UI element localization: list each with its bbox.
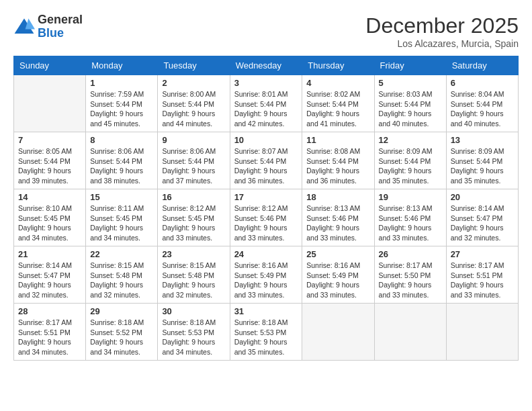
cell-info: Sunrise: 8:02 AM Sunset: 5:44 PM Dayligh… bbox=[306, 89, 369, 129]
day-number: 16 bbox=[162, 192, 225, 202]
calendar-cell: 1Sunrise: 7:59 AM Sunset: 5:44 PM Daylig… bbox=[86, 75, 158, 132]
day-number: 31 bbox=[234, 306, 298, 316]
calendar-cell: 10Sunrise: 8:07 AM Sunset: 5:44 PM Dayli… bbox=[230, 132, 302, 189]
calendar-cell: 17Sunrise: 8:12 AM Sunset: 5:46 PM Dayli… bbox=[230, 189, 302, 246]
cell-info: Sunrise: 8:04 AM Sunset: 5:44 PM Dayligh… bbox=[451, 89, 514, 129]
calendar-cell: 26Sunrise: 8:17 AM Sunset: 5:50 PM Dayli… bbox=[374, 246, 446, 304]
calendar-cell: 5Sunrise: 8:03 AM Sunset: 5:44 PM Daylig… bbox=[374, 75, 446, 132]
weekday-header-friday: Friday bbox=[374, 56, 446, 75]
day-number: 17 bbox=[234, 192, 298, 202]
day-number: 18 bbox=[306, 192, 369, 202]
cell-info: Sunrise: 8:15 AM Sunset: 5:48 PM Dayligh… bbox=[90, 261, 153, 300]
calendar-cell: 28Sunrise: 8:17 AM Sunset: 5:51 PM Dayli… bbox=[14, 304, 86, 361]
day-number: 28 bbox=[18, 306, 81, 316]
calendar-cell: 30Sunrise: 8:18 AM Sunset: 5:53 PM Dayli… bbox=[158, 304, 230, 361]
cell-info: Sunrise: 8:18 AM Sunset: 5:53 PM Dayligh… bbox=[162, 318, 225, 357]
cell-info: Sunrise: 8:16 AM Sunset: 5:49 PM Dayligh… bbox=[306, 261, 369, 300]
cell-info: Sunrise: 8:16 AM Sunset: 5:49 PM Dayligh… bbox=[234, 261, 298, 300]
calendar-cell: 19Sunrise: 8:13 AM Sunset: 5:46 PM Dayli… bbox=[374, 189, 446, 246]
cell-info: Sunrise: 7:59 AM Sunset: 5:44 PM Dayligh… bbox=[90, 89, 153, 129]
day-number: 27 bbox=[451, 249, 514, 259]
calendar-cell: 23Sunrise: 8:15 AM Sunset: 5:48 PM Dayli… bbox=[158, 246, 230, 304]
cell-info: Sunrise: 8:07 AM Sunset: 5:44 PM Dayligh… bbox=[234, 146, 298, 186]
day-number: 26 bbox=[379, 249, 442, 259]
week-row-1: 1Sunrise: 7:59 AM Sunset: 5:44 PM Daylig… bbox=[14, 75, 519, 132]
calendar-cell: 3Sunrise: 8:01 AM Sunset: 5:44 PM Daylig… bbox=[230, 75, 302, 132]
cell-info: Sunrise: 8:01 AM Sunset: 5:44 PM Dayligh… bbox=[234, 89, 298, 129]
month-title: December 2025 bbox=[365, 13, 519, 38]
day-number: 2 bbox=[162, 78, 225, 88]
cell-info: Sunrise: 8:17 AM Sunset: 5:51 PM Dayligh… bbox=[18, 318, 81, 357]
day-number: 15 bbox=[90, 192, 153, 202]
cell-info: Sunrise: 8:03 AM Sunset: 5:44 PM Dayligh… bbox=[379, 89, 442, 129]
cell-info: Sunrise: 8:06 AM Sunset: 5:44 PM Dayligh… bbox=[90, 146, 153, 186]
calendar-cell: 14Sunrise: 8:10 AM Sunset: 5:45 PM Dayli… bbox=[14, 189, 86, 246]
day-number: 25 bbox=[306, 249, 369, 259]
cell-info: Sunrise: 8:13 AM Sunset: 5:46 PM Dayligh… bbox=[379, 203, 442, 243]
day-number: 29 bbox=[90, 306, 153, 316]
day-number: 1 bbox=[90, 78, 153, 88]
weekday-header-monday: Monday bbox=[86, 56, 158, 75]
cell-info: Sunrise: 8:10 AM Sunset: 5:45 PM Dayligh… bbox=[18, 203, 81, 243]
day-number: 13 bbox=[451, 135, 514, 145]
day-number: 14 bbox=[18, 192, 81, 202]
cell-info: Sunrise: 8:18 AM Sunset: 5:53 PM Dayligh… bbox=[234, 318, 298, 357]
calendar-cell: 12Sunrise: 8:09 AM Sunset: 5:44 PM Dayli… bbox=[374, 132, 446, 189]
day-number: 19 bbox=[379, 192, 442, 202]
location: Los Alcazares, Murcia, Spain bbox=[365, 38, 519, 49]
calendar-cell bbox=[302, 304, 374, 361]
weekday-header-row: SundayMondayTuesdayWednesdayThursdayFrid… bbox=[14, 56, 519, 75]
calendar-cell: 16Sunrise: 8:12 AM Sunset: 5:45 PM Dayli… bbox=[158, 189, 230, 246]
cell-info: Sunrise: 8:14 AM Sunset: 5:47 PM Dayligh… bbox=[451, 203, 514, 243]
cell-info: Sunrise: 8:12 AM Sunset: 5:46 PM Dayligh… bbox=[234, 203, 298, 243]
calendar-cell: 25Sunrise: 8:16 AM Sunset: 5:49 PM Dayli… bbox=[302, 246, 374, 304]
day-number: 8 bbox=[90, 135, 153, 145]
day-number: 4 bbox=[306, 78, 369, 88]
day-number: 5 bbox=[379, 78, 442, 88]
day-number: 10 bbox=[234, 135, 298, 145]
cell-info: Sunrise: 8:11 AM Sunset: 5:45 PM Dayligh… bbox=[90, 203, 153, 243]
calendar-cell: 18Sunrise: 8:13 AM Sunset: 5:46 PM Dayli… bbox=[302, 189, 374, 246]
day-number: 24 bbox=[234, 249, 298, 259]
calendar-cell: 13Sunrise: 8:09 AM Sunset: 5:44 PM Dayli… bbox=[446, 132, 518, 189]
calendar-cell: 22Sunrise: 8:15 AM Sunset: 5:48 PM Dayli… bbox=[86, 246, 158, 304]
day-number: 6 bbox=[451, 78, 514, 88]
calendar-cell: 15Sunrise: 8:11 AM Sunset: 5:45 PM Dayli… bbox=[86, 189, 158, 246]
day-number: 3 bbox=[234, 78, 298, 88]
day-number: 22 bbox=[90, 249, 153, 259]
weekday-header-sunday: Sunday bbox=[14, 56, 86, 75]
day-number: 11 bbox=[306, 135, 369, 145]
week-row-5: 28Sunrise: 8:17 AM Sunset: 5:51 PM Dayli… bbox=[14, 304, 519, 361]
page-header: General Blue December 2025 Los Alcazares… bbox=[13, 13, 519, 49]
cell-info: Sunrise: 8:05 AM Sunset: 5:44 PM Dayligh… bbox=[18, 146, 81, 186]
day-number: 7 bbox=[18, 135, 81, 145]
day-number: 20 bbox=[451, 192, 514, 202]
cell-info: Sunrise: 8:08 AM Sunset: 5:44 PM Dayligh… bbox=[306, 146, 369, 186]
calendar-cell: 6Sunrise: 8:04 AM Sunset: 5:44 PM Daylig… bbox=[446, 75, 518, 132]
calendar-cell: 20Sunrise: 8:14 AM Sunset: 5:47 PM Dayli… bbox=[446, 189, 518, 246]
week-row-3: 14Sunrise: 8:10 AM Sunset: 5:45 PM Dayli… bbox=[14, 189, 519, 246]
calendar-cell: 11Sunrise: 8:08 AM Sunset: 5:44 PM Dayli… bbox=[302, 132, 374, 189]
day-number: 9 bbox=[162, 135, 225, 145]
cell-info: Sunrise: 8:09 AM Sunset: 5:44 PM Dayligh… bbox=[451, 146, 514, 186]
calendar-cell: 8Sunrise: 8:06 AM Sunset: 5:44 PM Daylig… bbox=[86, 132, 158, 189]
cell-info: Sunrise: 8:06 AM Sunset: 5:44 PM Dayligh… bbox=[162, 146, 225, 186]
cell-info: Sunrise: 8:18 AM Sunset: 5:52 PM Dayligh… bbox=[90, 318, 153, 357]
day-number: 21 bbox=[18, 249, 81, 259]
cell-info: Sunrise: 8:14 AM Sunset: 5:47 PM Dayligh… bbox=[18, 261, 81, 300]
weekday-header-saturday: Saturday bbox=[446, 56, 518, 75]
cell-info: Sunrise: 8:17 AM Sunset: 5:50 PM Dayligh… bbox=[379, 261, 442, 300]
calendar-cell bbox=[446, 304, 518, 361]
calendar-cell: 4Sunrise: 8:02 AM Sunset: 5:44 PM Daylig… bbox=[302, 75, 374, 132]
day-number: 23 bbox=[162, 249, 225, 259]
logo-text: General Blue bbox=[38, 13, 83, 40]
week-row-4: 21Sunrise: 8:14 AM Sunset: 5:47 PM Dayli… bbox=[14, 246, 519, 304]
day-number: 30 bbox=[162, 306, 225, 316]
cell-info: Sunrise: 8:09 AM Sunset: 5:44 PM Dayligh… bbox=[379, 146, 442, 186]
calendar-cell: 29Sunrise: 8:18 AM Sunset: 5:52 PM Dayli… bbox=[86, 304, 158, 361]
cell-info: Sunrise: 8:15 AM Sunset: 5:48 PM Dayligh… bbox=[162, 261, 225, 300]
cell-info: Sunrise: 8:12 AM Sunset: 5:45 PM Dayligh… bbox=[162, 203, 225, 243]
calendar-cell: 2Sunrise: 8:00 AM Sunset: 5:44 PM Daylig… bbox=[158, 75, 230, 132]
weekday-header-tuesday: Tuesday bbox=[158, 56, 230, 75]
calendar: SundayMondayTuesdayWednesdayThursdayFrid… bbox=[13, 56, 519, 361]
